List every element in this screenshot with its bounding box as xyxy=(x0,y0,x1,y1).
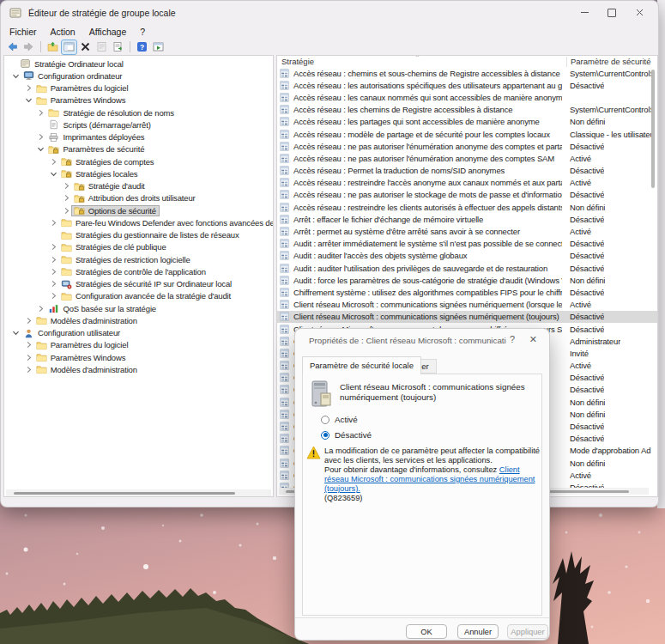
chevron-right-icon[interactable] xyxy=(49,291,58,301)
forward-icon[interactable] xyxy=(21,40,36,54)
tree-item[interactable]: Stratégies de clé publique xyxy=(4,241,273,253)
tree-item[interactable]: Stratégie de résolution de noms xyxy=(4,106,273,118)
column-header-setting[interactable]: Paramètre de sécurité xyxy=(566,57,650,67)
tree-item[interactable]: Stratégie d'audit xyxy=(4,180,273,192)
tree-item[interactable]: Stratégies de sécurité IP sur Ordinateur… xyxy=(4,278,273,290)
properties-icon[interactable] xyxy=(94,40,109,54)
tree-item[interactable]: Configuration utilisateur xyxy=(4,327,273,339)
chevron-right-icon[interactable] xyxy=(62,193,71,203)
chevron-right-icon[interactable] xyxy=(49,255,58,264)
tree-item[interactable]: Modèles d'administration xyxy=(4,314,273,326)
chevron-right-icon[interactable] xyxy=(24,365,33,374)
radio-enabled-circle[interactable] xyxy=(321,416,329,424)
dialog-close-icon[interactable]: ✕ xyxy=(529,334,537,345)
chevron-right-icon[interactable] xyxy=(36,132,45,142)
up-folder-icon[interactable] xyxy=(45,40,60,54)
policy-row[interactable]: Accès réseau : restreindre les clients a… xyxy=(277,201,657,213)
policy-row[interactable]: Accès réseau : ne pas autoriser le stock… xyxy=(277,189,657,201)
new-window-icon[interactable] xyxy=(151,40,166,54)
help-icon[interactable]: ? xyxy=(135,40,149,54)
list-vertical-scrollbar[interactable] xyxy=(651,68,655,487)
policy-row[interactable]: Accès réseau : les partages qui sont acc… xyxy=(277,116,657,128)
tree-item[interactable]: Paramètres de sécurité xyxy=(4,143,273,155)
menu-item-?[interactable]: ? xyxy=(133,27,152,37)
tree-item[interactable]: Stratégies de comptes xyxy=(4,155,273,167)
policy-row[interactable]: Client réseau Microsoft : communications… xyxy=(277,299,657,311)
policy-row[interactable]: Audit : auditer l'accès des objets systè… xyxy=(277,250,657,262)
tree-item[interactable]: Stratégies de restriction logicielle xyxy=(4,253,273,265)
close-button[interactable] xyxy=(626,1,653,24)
back-icon[interactable] xyxy=(5,40,20,54)
tree-item[interactable]: Paramètres Windows xyxy=(4,94,273,106)
minimize-button[interactable] xyxy=(571,1,598,24)
chevron-down-icon[interactable] xyxy=(36,144,45,154)
tree-horizontal-scrollbar[interactable] xyxy=(6,489,271,496)
chevron-right-icon[interactable] xyxy=(62,206,71,216)
policy-row[interactable]: Audit : force les paramètres de sous-cat… xyxy=(277,274,657,286)
policy-row[interactable]: Accès réseau : ne pas autoriser l'énumér… xyxy=(277,140,657,152)
export-list-icon[interactable] xyxy=(111,40,125,54)
tree-item[interactable]: Paramètres du logiciel xyxy=(4,82,273,94)
policy-row[interactable]: Accès réseau : chemins et sous-chemins d… xyxy=(277,67,657,79)
policy-row[interactable]: Accès réseau : Permet la traduction de n… xyxy=(277,165,657,177)
policy-row[interactable]: Accès réseau : restreindre l'accès anony… xyxy=(277,177,657,189)
tree-item[interactable]: Attribution des droits utilisateur xyxy=(4,192,273,204)
radio-enabled[interactable]: Activé xyxy=(321,415,358,424)
chevron-right-icon[interactable] xyxy=(24,340,33,349)
policy-row[interactable]: Accès réseau : les canaux nommés qui son… xyxy=(277,91,657,103)
apply-button[interactable]: Appliquer xyxy=(507,624,548,639)
tree-item[interactable]: Stratégies du gestionnaire de listes de … xyxy=(4,229,273,241)
tree-item[interactable]: Pare-feu Windows Defender avec fonctions… xyxy=(4,216,273,228)
policy-row[interactable]: Accès réseau : ne pas autoriser l'énumér… xyxy=(277,152,657,164)
radio-disabled[interactable]: Désactivé xyxy=(321,430,372,440)
tree-item[interactable]: Paramètres du logiciel xyxy=(4,339,273,351)
maximize-button[interactable] xyxy=(598,1,626,24)
policy-row[interactable]: Arrêt : permet au système d'être arrêté … xyxy=(277,225,657,237)
policy-row[interactable]: Accès réseau : les chemins de Registre a… xyxy=(277,104,657,116)
tree-item[interactable]: Paramètres Windows xyxy=(4,351,273,363)
dialog-help-icon[interactable]: ? xyxy=(510,334,515,344)
radio-disabled-circle[interactable] xyxy=(321,431,329,440)
tree-item[interactable]: Stratégies locales xyxy=(4,167,273,179)
chevron-right-icon[interactable] xyxy=(62,181,71,191)
title-bar[interactable]: Éditeur de stratégie de groupe locale xyxy=(1,1,658,24)
chevron-down-icon[interactable] xyxy=(11,328,21,337)
tree-item[interactable]: Modèles d'administration xyxy=(4,363,273,375)
chevron-down-icon[interactable] xyxy=(49,169,58,179)
chevron-right-icon[interactable] xyxy=(36,108,45,118)
tab-local-security-setting[interactable]: Paramètre de sécurité locale xyxy=(302,356,421,374)
chevron-right-icon[interactable] xyxy=(49,218,58,228)
tree-item[interactable]: Stratégies de contrôle de l'application xyxy=(4,265,273,277)
delete-icon[interactable] xyxy=(78,40,93,54)
chevron-down-icon[interactable] xyxy=(11,71,21,81)
menu-item-action[interactable]: Action xyxy=(44,27,82,37)
policy-row[interactable]: Client réseau Microsoft : communications… xyxy=(277,311,657,323)
column-header-strategy[interactable]: Stratégie xyxy=(281,57,314,66)
policy-row[interactable]: Audit : arrêter immédiatement le système… xyxy=(277,238,657,250)
tree-item[interactable]: Stratégie Ordinateur local xyxy=(4,58,273,70)
ok-button[interactable]: OK xyxy=(406,624,447,639)
chevron-down-icon[interactable] xyxy=(24,95,33,105)
tree-item[interactable]: Configuration ordinateur xyxy=(4,70,273,82)
tree-item[interactable]: Options de sécurité xyxy=(4,204,273,216)
chevron-right-icon[interactable] xyxy=(49,242,58,252)
tree-item[interactable]: Scripts (démarrage/arrêt) xyxy=(4,118,273,131)
policy-row[interactable]: Audit : auditer l'utilisation des privil… xyxy=(277,262,657,274)
policy-row[interactable]: Arrêt : effacer le fichier d'échange de … xyxy=(277,213,657,225)
policy-row[interactable]: Chiffrement système : utilisez des algor… xyxy=(277,286,657,298)
chevron-right-icon[interactable] xyxy=(24,83,33,93)
chevron-right-icon[interactable] xyxy=(36,304,45,313)
console-tree-toggle-icon[interactable] xyxy=(62,40,76,54)
tree-item[interactable]: Imprimantes déployées xyxy=(4,131,273,143)
tree-item[interactable]: QoS basée sur la stratégie xyxy=(4,302,273,314)
chevron-right-icon[interactable] xyxy=(24,353,33,362)
chevron-right-icon[interactable] xyxy=(24,316,33,325)
chevron-right-icon[interactable] xyxy=(49,267,58,276)
menu-item-fichier[interactable]: Fichier xyxy=(3,27,44,37)
chevron-right-icon[interactable] xyxy=(49,157,58,167)
menu-item-affichage[interactable]: Affichage xyxy=(82,27,134,37)
policy-row[interactable]: Accès réseau : les autorisations spécifi… xyxy=(277,79,657,91)
cancel-button[interactable]: Annuler xyxy=(457,624,499,639)
tree-item[interactable]: Configuration avancée de la stratégie d'… xyxy=(4,290,273,302)
chevron-right-icon[interactable] xyxy=(49,279,58,289)
